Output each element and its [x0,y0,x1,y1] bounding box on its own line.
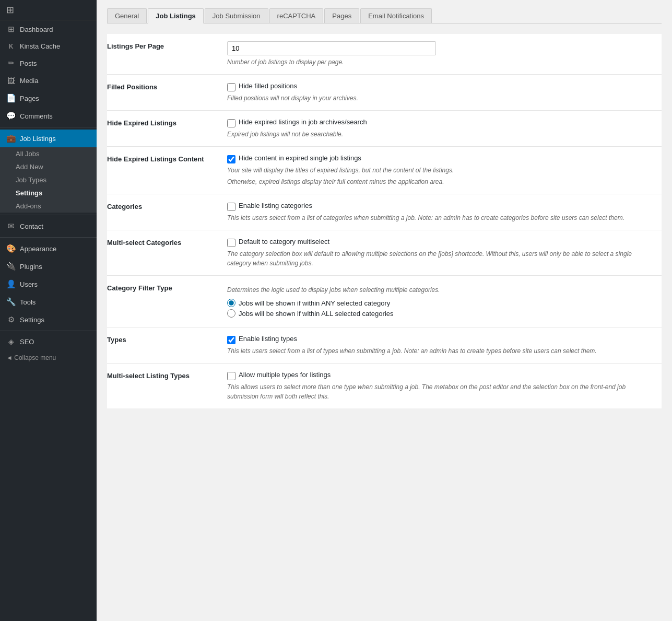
tab-recaptcha[interactable]: reCAPTCHA [269,8,324,23]
filled-positions-checkbox[interactable] [227,83,235,91]
sidebar-item-comments[interactable]: 💬 Comments [0,107,97,125]
sidebar-item-dashboard[interactable]: ⊞ Dashboard [0,20,97,38]
sidebar-item-plugins[interactable]: 🔌 Plugins [0,257,97,275]
submenu-add-ons[interactable]: Add-ons [0,200,97,213]
sidebar-item-label: Appearance [20,245,56,253]
hide-expired-hint: Expired job listings will not be searcha… [227,130,656,139]
sidebar-divider-4 [0,331,97,331]
value-hide-expired: Hide expired listings in job archives/se… [222,111,662,147]
multiselect-categories-hint: The category selection box will default … [227,249,656,268]
submenu-add-new[interactable]: Add New [0,160,97,173]
contact-icon: ✉ [6,221,16,231]
sidebar-item-label: Job Listings [20,135,56,143]
collapse-arrow-icon: ◄ [6,354,14,361]
wordpress-logo: ⊞ [0,0,97,20]
sidebar-item-users[interactable]: 👤 Users [0,275,97,293]
types-checkbox-label[interactable]: Enable listing types [239,335,297,343]
submenu-all-jobs[interactable]: All Jobs [0,147,97,160]
tab-job-listings[interactable]: Job Listings [148,8,204,24]
multiselect-categories-checkbox[interactable] [227,239,235,247]
sidebar-item-label: Media [20,77,38,85]
tools-icon: 🔧 [6,297,16,307]
multiselect-types-checkbox[interactable] [227,372,235,380]
submenu-job-types[interactable]: Job Types [0,173,97,186]
sidebar-item-seo[interactable]: ◈ SEO [0,333,97,350]
label-multiselect-types: Multi-select Listing Types [107,364,222,409]
settings-row-category-filter: Category Filter Type Determines the logi… [107,276,662,327]
settings-row-hide-expired: Hide Expired Listings Hide expired listi… [107,111,662,147]
sidebar-item-pages[interactable]: 📄 Pages [0,89,97,107]
sidebar-divider-3 [0,237,97,238]
job-listings-icon: 💼 [6,134,16,143]
hide-expired-checkbox-row: Hide expired listings in job archives/se… [227,118,656,127]
types-checkbox-row: Enable listing types [227,335,656,344]
types-hint: This lets users select from a list of ty… [227,346,656,356]
label-hide-expired-content: Hide Expired Listings Content [107,147,222,194]
sidebar-item-contact[interactable]: ✉ Contact [0,217,97,235]
label-category-filter: Category Filter Type [107,276,222,327]
filled-positions-checkbox-row: Hide filled positions [227,82,656,91]
category-filter-all-label[interactable]: Jobs will be shown if within ALL selecte… [239,310,394,318]
hide-expired-checkbox[interactable] [227,119,235,127]
multiselect-categories-checkbox-row: Default to category multiselect [227,238,656,247]
sidebar: ⊞ ⊞ Dashboard K Kinsta Cache ✏ Posts 🖼 M… [0,0,97,621]
label-types: Types [107,327,222,364]
sidebar-item-label: SEO [20,338,34,346]
sidebar-item-label: Comments [20,112,53,120]
category-filter-any-row: Jobs will be shown if within ANY selecte… [227,299,656,307]
multiselect-types-checkbox-label[interactable]: Allow multiple types for listings [239,371,331,379]
settings-row-filled-positions: Filled Positions Hide filled positions F… [107,75,662,111]
hide-expired-content-checkbox-label[interactable]: Hide content in expired single job listi… [239,154,361,162]
collapse-menu-button[interactable]: ◄ Collapse menu [0,350,97,366]
label-categories: Categories [107,194,222,230]
categories-checkbox[interactable] [227,203,235,211]
category-filter-any-radio[interactable] [227,299,235,307]
submenu-settings[interactable]: Settings [0,186,97,200]
comments-icon: 💬 [6,111,16,121]
sidebar-item-label: Dashboard [20,26,53,33]
job-listings-submenu: All Jobs Add New Job Types Settings Add-… [0,147,97,213]
settings-row-listings-per-page: Listings Per Page Number of job listings… [107,34,662,75]
appearance-icon: 🎨 [6,244,16,253]
settings-row-multiselect-types: Multi-select Listing Types Allow multipl… [107,364,662,409]
hide-expired-content-hint2: Otherwise, expired listings display thei… [227,177,656,186]
sidebar-item-kinsta-cache[interactable]: K Kinsta Cache [0,38,97,54]
sidebar-item-job-listings[interactable]: 💼 Job Listings [0,130,97,147]
seo-icon: ◈ [6,337,16,346]
tab-email-notifications[interactable]: Email Notifications [360,8,432,23]
tab-pages[interactable]: Pages [324,8,359,23]
hide-expired-checkbox-label[interactable]: Hide expired listings in job archives/se… [239,118,367,126]
sidebar-item-label: Contact [20,222,43,230]
sidebar-item-label: Users [20,280,38,288]
tab-bar: General Job Listings Job Submission reCA… [107,8,662,24]
dashboard-icon: ⊞ [6,25,16,34]
sidebar-item-label: Posts [20,60,37,67]
categories-checkbox-label[interactable]: Enable listing categories [239,202,312,209]
value-category-filter: Determines the logic used to display job… [222,276,662,327]
sidebar-item-appearance[interactable]: 🎨 Appearance [0,240,97,257]
multiselect-types-hint: This allows users to select more than on… [227,382,656,401]
category-filter-all-radio[interactable] [227,309,235,318]
sidebar-item-settings[interactable]: ⚙ Settings [0,311,97,329]
sidebar-item-media[interactable]: 🖼 Media [0,72,97,89]
tab-job-submission[interactable]: Job Submission [205,8,268,23]
types-checkbox[interactable] [227,336,235,344]
category-filter-any-label[interactable]: Jobs will be shown if within ANY selecte… [239,299,390,307]
category-filter-description: Determines the logic used to display job… [227,285,656,295]
sidebar-item-tools[interactable]: 🔧 Tools [0,293,97,311]
hide-expired-content-checkbox[interactable] [227,155,235,163]
users-icon: 👤 [6,279,16,289]
listings-per-page-input[interactable] [227,41,436,55]
sidebar-item-posts[interactable]: ✏ Posts [0,54,97,72]
label-hide-expired: Hide Expired Listings [107,111,222,147]
sidebar-item-label: Plugins [20,263,42,271]
settings-row-categories: Categories Enable listing categories Thi… [107,194,662,230]
multiselect-categories-checkbox-label[interactable]: Default to category multiselect [239,238,329,245]
sidebar-item-label: Settings [20,316,44,324]
tab-general[interactable]: General [107,8,147,23]
categories-hint: This lets users select from a list of ca… [227,213,656,222]
value-listings-per-page: Number of job listings to display per pa… [222,34,662,75]
filled-positions-checkbox-label[interactable]: Hide filled positions [239,82,297,90]
sidebar-divider [0,127,97,127]
kinsta-icon: K [6,43,16,50]
